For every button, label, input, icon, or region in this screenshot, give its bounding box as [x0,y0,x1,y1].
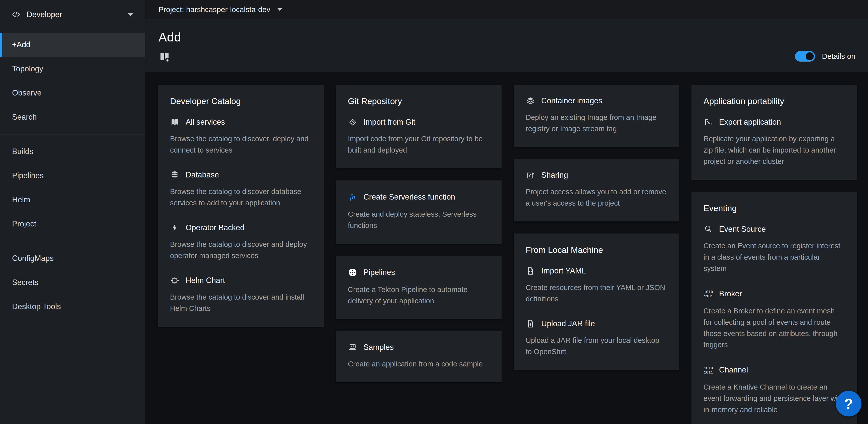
details-toggle-wrap: Details on [795,51,856,62]
item-title: Export application [719,118,781,127]
chevron-down-icon [128,13,134,16]
sidebar-item-configmaps[interactable]: ConfigMaps [0,246,145,271]
project-bar: Project: harshcasper-localsta-dev [146,0,868,19]
item-title: Create Serverless function [364,193,455,202]
sidebar-item-search[interactable]: Search [0,105,145,129]
svg-text:1011: 1011 [704,370,713,375]
item-channel[interactable]: 10101011 Channel Create a Knative Channe… [704,365,845,416]
card-git-repository: Git Repository Import from Git Import co… [336,85,502,168]
item-description: Create a Knative Channel to create an ev… [704,381,845,416]
details-switch[interactable] [795,51,815,62]
card-eventing: Eventing Event Source Create an Event so… [691,192,857,424]
item-import-yaml[interactable]: Import YAML Create resources from their … [526,266,667,305]
sidebar-item-secrets[interactable]: Secrets [0,271,145,294]
item-title: Operator Backed [186,223,244,232]
card-pipelines[interactable]: Pipelines Create a Tekton Pipeline to au… [336,256,502,319]
item-title: Import YAML [541,266,586,276]
sidebar-item-topology[interactable]: Topology [0,57,145,81]
item-description: Create a Broker to define an event mesh … [704,305,845,350]
item-title: All services [186,118,225,127]
sidebar-item-add[interactable]: +Add [0,33,145,57]
item-create-serverless-function[interactable]: fn Create Serverless function Create and… [348,192,490,231]
item-title: Channel [719,365,748,374]
sidebar-item-helm[interactable]: Helm [0,188,145,212]
item-description: Create resources from their YAML or JSON… [526,282,667,305]
database-icon [170,170,180,179]
git-icon [348,118,358,127]
project-selector[interactable]: Project: harshcasper-localsta-dev [158,5,270,14]
item-samples[interactable]: Samples Create an application from a cod… [348,343,490,370]
function-icon: fn [348,192,358,202]
item-title: Broker [719,289,742,298]
card-title: Eventing [704,203,845,213]
card-title: Git Repository [348,96,490,106]
event-source-icon [704,225,713,234]
card-application-portability: Application portability Export applicati… [691,85,857,180]
sidebar-nav: +Add Topology Observe Search Builds Pipe… [0,29,145,319]
item-sharing[interactable]: Sharing Project access allows you to add… [526,171,667,209]
card-title: Application portability [704,96,845,106]
item-database[interactable]: Database Browse the catalog to discover … [170,170,312,208]
svg-text:1010: 1010 [704,289,713,294]
item-description: Upload a JAR file from your local deskto… [526,335,667,358]
sidebar-item-desktop-tools[interactable]: Desktop Tools [0,294,145,319]
item-export-application[interactable]: Export application Replicate your applic… [704,118,845,167]
main-content: Project: harshcasper-localsta-dev Add De… [146,0,868,424]
item-all-services[interactable]: All services Browse the catalog to disco… [170,118,312,156]
helm-icon [170,276,180,285]
perspective-switcher[interactable]: Developer [0,0,145,29]
item-description: Create a Tekton Pipeline to automate del… [348,284,490,307]
sidebar-item-project[interactable]: Project [0,212,145,236]
tekton-pipelines-icon [348,267,358,278]
chevron-down-icon[interactable] [278,8,282,11]
bolt-icon [170,223,180,232]
app-window: Developer +Add Topology Observe Search B… [0,0,868,424]
grid-column-4: Application portability Export applicati… [691,85,857,424]
item-upload-jar-file[interactable]: Upload JAR file Upload a JAR file from y… [526,319,667,358]
item-container-images[interactable]: Container images Deploy an existing Imag… [526,96,667,135]
card-serverless-function[interactable]: fn Create Serverless function Create and… [336,180,502,244]
switch-knob [806,52,814,60]
sidebar-item-pipelines[interactable]: Pipelines [0,164,145,188]
sidebar-item-observe[interactable]: Observe [0,81,145,105]
svg-text:1101: 1101 [704,294,713,299]
item-description: Browse the catalog to discover database … [170,186,312,208]
file-code-icon [526,266,535,276]
item-title: Helm Chart [186,276,225,285]
card-title: From Local Machine [526,245,667,255]
item-description: Import code from your Git repository to … [348,133,490,156]
item-title: Container images [541,96,602,105]
card-developer-catalog: Developer Catalog All services Browse th… [158,85,324,327]
help-button[interactable]: ? [836,391,862,417]
item-description: Create and deploy stateless, Serverless … [348,208,490,231]
svg-text:fn: fn [350,193,355,201]
channel-icon: 10101011 [704,365,713,375]
add-cards-grid: Developer Catalog All services Browse th… [146,72,868,424]
item-import-from-git[interactable]: Import from Git Import code from your Gi… [348,118,490,156]
item-pipelines[interactable]: Pipelines Create a Tekton Pipeline to au… [348,267,490,307]
item-description: Create an application from a code sample [348,359,490,370]
card-container-images[interactable]: Container images Deploy an existing Imag… [514,85,679,147]
card-title: Developer Catalog [170,96,312,106]
file-upload-icon [526,319,535,328]
item-description: Browse the catalog to discover and deplo… [170,239,312,261]
export-icon [704,118,713,127]
item-description: Replicate your application by exporting … [704,133,845,167]
broker-icon: 10101101 [704,289,713,299]
item-title: Import from Git [364,118,415,127]
item-event-source[interactable]: Event Source Create an Event source to r… [704,225,845,274]
card-sharing[interactable]: Sharing Project access allows you to add… [514,159,679,221]
grid-column-2: Git Repository Import from Git Import co… [336,85,502,424]
item-broker[interactable]: 10101101 Broker Create a Broker to defin… [704,289,845,350]
sidebar-item-builds[interactable]: Builds [0,140,145,164]
share-icon [526,171,535,180]
item-helm-chart[interactable]: Helm Chart Browse the catalog to discove… [170,276,312,314]
item-operator-backed[interactable]: Operator Backed Browse the catalog to di… [170,223,312,261]
page-header: Add Details on [146,19,868,72]
details-toggle-label: Details on [822,52,856,61]
card-samples[interactable]: Samples Create an application from a cod… [336,331,502,382]
svg-text:1010: 1010 [704,366,713,370]
item-description: Browse the catalog to discover, deploy a… [170,133,312,156]
laptop-code-icon [348,343,358,352]
grid-column-3: Container images Deploy an existing Imag… [514,85,679,424]
